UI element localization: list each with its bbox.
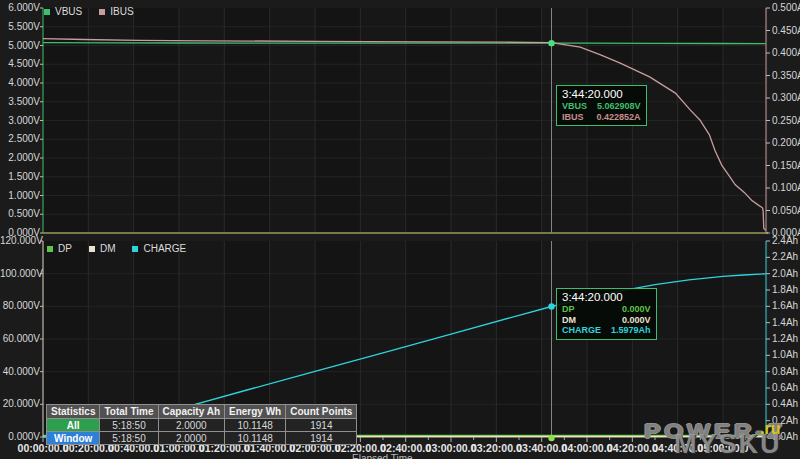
y-axis-right-tick: 0.150A [772,161,800,171]
y-axis-right-tick: 0.450A [772,26,800,36]
y-axis-right-tick: 0.400A [772,48,800,58]
charts-canvas[interactable] [0,0,800,459]
stats-row-selector-all[interactable]: All [47,419,100,432]
y-axis-right-tick: 0.200A [772,138,800,148]
legend-item-dp[interactable]: DP [47,243,72,254]
legend-swatch-charge [132,246,138,252]
y-axis-left-tick: 4.500V [0,59,40,69]
legend-item-vbus[interactable]: VBUS [44,6,82,17]
tooltip-series-label: CHARGE [562,325,601,336]
y-axis-left-tick: 3.000V [0,116,40,126]
y-axis-left-tick: 60.000V [0,334,40,344]
y-axis-right-tick: 0.050A [772,206,800,216]
cursor-marker-x-axis [548,435,554,441]
bottom-chart-legend: DPDMCHARGE [47,243,186,254]
stats-cell: 10.1148 [224,419,285,432]
tooltip-row-ibus: IBUS0.422852A [562,112,641,123]
stats-cell: 2.0000 [158,419,224,432]
statistics-table: StatisticsTotal TimeCapacity AhEnergy Wh… [46,404,357,445]
stats-cell: 2.0000 [158,432,224,445]
tooltip-series-label: DM [562,315,576,326]
y-axis-right-tick: 2.0Ah [772,269,798,279]
y-axis-left-tick: 3.500V [0,97,40,107]
y-axis-right-tick: 0.2Ah [772,416,798,426]
y-axis-left-tick: 120.000V [0,236,40,246]
powerz-logger-window: VBUSIBUS DPDMCHARGE 3:44:20.000 VBUS5.06… [0,0,800,459]
tooltip-series-label: IBUS [562,112,584,123]
tooltip-series-label: VBUS [562,101,587,112]
tooltip-row-charge: CHARGE1.5979Ah [562,325,651,336]
legend-swatch-dp [47,246,53,252]
y-axis-right-tick: 0.300A [772,93,800,103]
y-axis-left-tick: 100.000V [0,269,40,279]
legend-item-dm[interactable]: DM [89,243,116,254]
stats-cell: 5:18:50 [100,419,158,432]
y-axis-right-tick: 0.250A [772,116,800,126]
y-axis-right-tick: 1.4Ah [772,318,798,328]
legend-swatch-ibus [99,9,105,15]
stats-row-selector-window[interactable]: Window [47,432,100,445]
tooltip-series-value: 0.422852A [597,112,641,123]
legend-item-charge[interactable]: CHARGE [132,243,186,254]
stats-header: Total Time [100,405,158,419]
cursor-marker-vbus [548,40,554,46]
legend-label: VBUS [55,6,82,17]
y-axis-left-tick: 0.500V [0,209,40,219]
y-axis-right-tick: 0.100A [772,183,800,193]
stats-cell: 1914 [286,419,357,432]
y-axis-right-tick: 0.4Ah [772,399,798,409]
legend-item-ibus[interactable]: IBUS [99,6,133,17]
stats-header: Capacity Ah [158,405,224,419]
tooltip-series-value: 5.062908V [597,101,641,112]
stats-row-window: Window5:18:502.000010.11481914 [47,432,357,445]
y-axis-left-tick: 40.000V [0,367,40,377]
tooltip-series-label: DP [562,304,575,315]
y-axis-left-tick: 2.500V [0,134,40,144]
y-axis-right-tick: 0.350A [772,71,800,81]
y-axis-left-tick: 2.000V [0,153,40,163]
top-chart-legend: VBUSIBUS [44,6,134,17]
y-axis-left-tick: 20.000V [0,399,40,409]
y-axis-left-tick: 5.500V [0,22,40,32]
y-axis-right-tick: 0.6Ah [772,383,798,393]
y-axis-left-tick: 4.000V [0,78,40,88]
tooltip-row-dm: DM0.000V [562,315,651,326]
stats-cell: 1914 [286,432,357,445]
tooltip-series-value: 1.5979Ah [611,325,651,336]
y-axis-left-tick: 6.000V [0,3,40,13]
y-axis-left-tick: 0.000V [0,432,40,442]
y-axis-right-tick: 1.8Ah [772,285,798,295]
y-axis-right-tick: 0.500A [772,3,800,13]
y-axis-left-tick: 80.000V [0,301,40,311]
tooltip-series-value: 0.000V [622,304,651,315]
stats-row-all: All5:18:502.000010.11481914 [47,419,357,432]
y-axis-right-tick: 0.8Ah [772,367,798,377]
legend-label: DP [58,243,72,254]
tooltip-time: 3:44:20.000 [562,88,641,101]
y-axis-right-tick: 1.2Ah [772,334,798,344]
tooltip-series-value: 0.000V [622,315,651,326]
legend-label: IBUS [110,6,133,17]
stats-cell: 5:18:50 [100,432,158,445]
cursor-marker-charge [548,303,554,309]
tooltip-row-vbus: VBUS5.062908V [562,101,641,112]
y-axis-left-tick: 5.000V [0,41,40,51]
y-axis-right-tick: 2.2Ah [772,252,798,262]
legend-label: CHARGE [143,243,186,254]
y-axis-right-tick: 1.0Ah [772,350,798,360]
legend-label: DM [100,243,116,254]
tooltip-time: 3:44:20.000 [562,291,651,304]
y-axis-right-tick: 2.4Ah [772,236,798,246]
series-vbus-line [43,43,766,44]
legend-swatch-vbus [44,9,50,15]
legend-swatch-dm [89,246,95,252]
y-axis-left-tick: 1.500V [0,172,40,182]
stats-header: Statistics [47,405,100,419]
stats-header: Energy Wh [224,405,285,419]
stats-header: Count Points [286,405,357,419]
stats-cell: 10.1148 [224,432,285,445]
y-axis-left-tick: 1.000V [0,191,40,201]
x-axis-tick-label: 05:00:00.0 [685,443,761,454]
tooltip-row-dp: DP0.000V [562,304,651,315]
top-chart-tooltip: 3:44:20.000 VBUS5.062908VIBUS0.422852A [556,85,647,126]
